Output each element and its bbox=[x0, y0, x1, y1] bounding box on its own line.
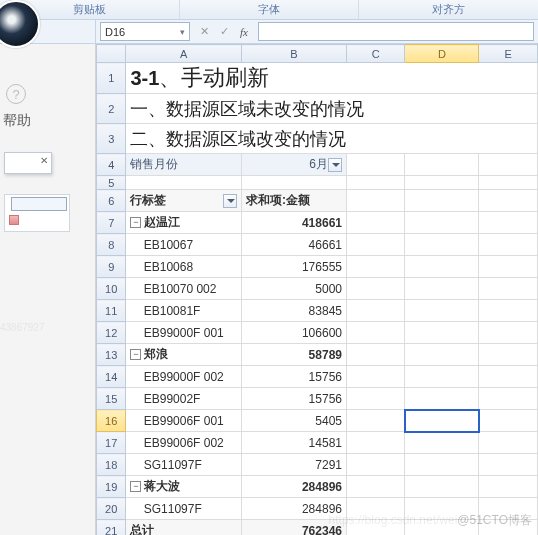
section-2[interactable]: 二、数据源区域改变的情况 bbox=[126, 124, 538, 154]
group-0-subtotal[interactable]: 418661 bbox=[241, 212, 346, 234]
row-header-11[interactable]: 11 bbox=[97, 300, 126, 322]
cell-D16[interactable] bbox=[405, 410, 479, 432]
cell-E9[interactable] bbox=[479, 256, 538, 278]
item-0-2-value[interactable]: 5000 bbox=[241, 278, 346, 300]
cell-C7[interactable] bbox=[346, 212, 404, 234]
cell-E14[interactable] bbox=[479, 366, 538, 388]
cell-D5[interactable] bbox=[405, 176, 479, 190]
item-0-1[interactable]: EB10068 bbox=[126, 256, 242, 278]
row-header-20[interactable]: 20 bbox=[97, 498, 126, 520]
cell-D13[interactable] bbox=[405, 344, 479, 366]
cell-D4[interactable] bbox=[405, 154, 479, 176]
filter-dropdown-icon[interactable] bbox=[328, 158, 342, 172]
item-1-2[interactable]: EB99006F 001 bbox=[126, 410, 242, 432]
col-header-A[interactable]: A bbox=[126, 45, 242, 63]
cell-D17[interactable] bbox=[405, 432, 479, 454]
ribbon-group-font[interactable]: 字体 bbox=[180, 0, 360, 19]
row-header-7[interactable]: 7 bbox=[97, 212, 126, 234]
col-header-D[interactable]: D bbox=[405, 45, 479, 63]
cell-D6[interactable] bbox=[405, 190, 479, 212]
row-header-8[interactable]: 8 bbox=[97, 234, 126, 256]
row-header-14[interactable]: 14 bbox=[97, 366, 126, 388]
cell-E15[interactable] bbox=[479, 388, 538, 410]
item-0-0[interactable]: EB10067 bbox=[126, 234, 242, 256]
name-box[interactable]: D16 ▾ bbox=[100, 22, 190, 41]
item-0-1-value[interactable]: 176555 bbox=[241, 256, 346, 278]
filter-value[interactable]: 6月 bbox=[241, 154, 346, 176]
cell-C8[interactable] bbox=[346, 234, 404, 256]
help-icon[interactable]: ? bbox=[6, 84, 26, 104]
collapse-icon[interactable]: − bbox=[130, 481, 141, 492]
item-0-4-value[interactable]: 106600 bbox=[241, 322, 346, 344]
formula-input[interactable] bbox=[258, 22, 534, 41]
cell-C5[interactable] bbox=[346, 176, 404, 190]
cell-C4[interactable] bbox=[346, 154, 404, 176]
collapse-icon[interactable]: − bbox=[130, 217, 141, 228]
palette-select[interactable] bbox=[11, 197, 67, 211]
item-0-4[interactable]: EB99000F 001 bbox=[126, 322, 242, 344]
cell-D19[interactable] bbox=[405, 476, 479, 498]
item-1-0-value[interactable]: 15756 bbox=[241, 366, 346, 388]
cell-D10[interactable] bbox=[405, 278, 479, 300]
col-header-E[interactable]: E bbox=[479, 45, 538, 63]
row-header-13[interactable]: 13 bbox=[97, 344, 126, 366]
cell-D8[interactable] bbox=[405, 234, 479, 256]
row-header-17[interactable]: 17 bbox=[97, 432, 126, 454]
row-header-10[interactable]: 10 bbox=[97, 278, 126, 300]
item-1-4[interactable]: SG11097F bbox=[126, 454, 242, 476]
group-1-subtotal[interactable]: 58789 bbox=[241, 344, 346, 366]
item-2-0[interactable]: SG11097F bbox=[126, 498, 242, 520]
floating-mini-window[interactable]: ✕ bbox=[4, 152, 52, 174]
cell-D7[interactable] bbox=[405, 212, 479, 234]
pivot-value-header[interactable]: 求和项:金额 bbox=[241, 190, 346, 212]
row-header-5[interactable]: 5 bbox=[97, 176, 126, 190]
collapse-icon[interactable]: − bbox=[130, 349, 141, 360]
group-1[interactable]: −郑浪 bbox=[126, 344, 242, 366]
cell-C12[interactable] bbox=[346, 322, 404, 344]
item-1-4-value[interactable]: 7291 bbox=[241, 454, 346, 476]
item-1-2-value[interactable]: 5405 bbox=[241, 410, 346, 432]
row-header-15[interactable]: 15 bbox=[97, 388, 126, 410]
fx-icon[interactable]: fx bbox=[236, 24, 252, 40]
item-0-0-value[interactable]: 46661 bbox=[241, 234, 346, 256]
title-cell[interactable]: 3-1、手动刷新 bbox=[126, 63, 538, 94]
item-0-3-value[interactable]: 83845 bbox=[241, 300, 346, 322]
cell-E12[interactable] bbox=[479, 322, 538, 344]
col-header-B[interactable]: B bbox=[241, 45, 346, 63]
cell-D11[interactable] bbox=[405, 300, 479, 322]
cell-D18[interactable] bbox=[405, 454, 479, 476]
col-header-C[interactable]: C bbox=[346, 45, 404, 63]
group-2-subtotal[interactable]: 284896 bbox=[241, 476, 346, 498]
cell-E18[interactable] bbox=[479, 454, 538, 476]
floating-palette[interactable] bbox=[4, 194, 70, 232]
cell-C17[interactable] bbox=[346, 432, 404, 454]
row-header-12[interactable]: 12 bbox=[97, 322, 126, 344]
item-1-3[interactable]: EB99006F 002 bbox=[126, 432, 242, 454]
cell-C15[interactable] bbox=[346, 388, 404, 410]
pivot-row-header[interactable]: 行标签 bbox=[126, 190, 242, 212]
row-header-16[interactable]: 16 bbox=[97, 410, 126, 432]
cell-E4[interactable] bbox=[479, 154, 538, 176]
item-0-2[interactable]: EB10070 002 bbox=[126, 278, 242, 300]
cell-C9[interactable] bbox=[346, 256, 404, 278]
cell-E16[interactable] bbox=[479, 410, 538, 432]
section-1[interactable]: 一、数据源区域未改变的情况 bbox=[126, 94, 538, 124]
cell-E7[interactable] bbox=[479, 212, 538, 234]
grand-label[interactable]: 总计 bbox=[126, 520, 242, 536]
row-header-19[interactable]: 19 bbox=[97, 476, 126, 498]
cancel-formula-icon[interactable]: ✕ bbox=[196, 24, 212, 40]
rowlabel-dropdown-icon[interactable] bbox=[223, 194, 237, 208]
cell-C6[interactable] bbox=[346, 190, 404, 212]
row-header-18[interactable]: 18 bbox=[97, 454, 126, 476]
cell-A5[interactable] bbox=[126, 176, 242, 190]
row-header-2[interactable]: 2 bbox=[97, 94, 126, 124]
group-2[interactable]: −蒋大波 bbox=[126, 476, 242, 498]
cell-E6[interactable] bbox=[479, 190, 538, 212]
item-1-0[interactable]: EB99000F 002 bbox=[126, 366, 242, 388]
cell-E8[interactable] bbox=[479, 234, 538, 256]
cell-D12[interactable] bbox=[405, 322, 479, 344]
cell-C18[interactable] bbox=[346, 454, 404, 476]
cell-E19[interactable] bbox=[479, 476, 538, 498]
select-all-corner[interactable] bbox=[97, 45, 126, 63]
palette-color-chip[interactable] bbox=[9, 215, 19, 225]
